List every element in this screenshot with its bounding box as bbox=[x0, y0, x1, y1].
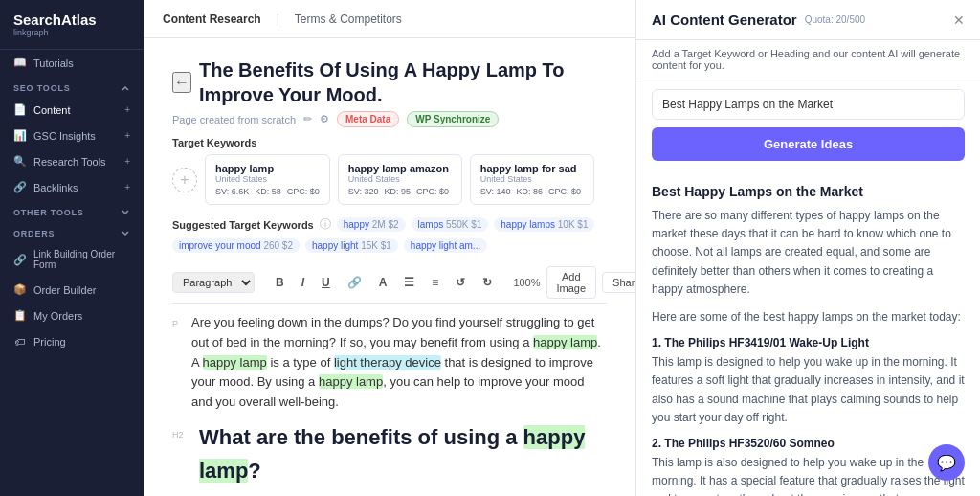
panel-close-button[interactable]: ✕ bbox=[953, 12, 965, 28]
keyword-cards: + happy lamp United States SV: 6.6K KD: … bbox=[172, 154, 607, 205]
product-desc-0: This lamp is designed to help you wake u… bbox=[652, 353, 965, 427]
title-row: ← The Benefits Of Using A Happy Lamp To … bbox=[172, 57, 607, 107]
settings-icon[interactable]: ⚙ bbox=[320, 113, 329, 125]
target-keywords-label: Target Keywords bbox=[172, 137, 607, 148]
chevron-up-icon bbox=[121, 83, 130, 93]
para-marker-1: P bbox=[172, 317, 184, 413]
redo-button[interactable]: ↻ bbox=[477, 273, 498, 292]
underline-button[interactable]: U bbox=[316, 273, 336, 292]
highlight-happylamp-h2: happy lamp bbox=[199, 425, 585, 483]
page-subtitle: Page created from scratch ✏ ⚙ Meta Data … bbox=[172, 111, 607, 127]
search-icon: 🔍 bbox=[13, 155, 26, 168]
product-item-1: 2. The Philips HF3520/60 Somneo This lam… bbox=[652, 437, 965, 496]
info-icon: ⓘ bbox=[320, 216, 331, 233]
kw-country-1: United States bbox=[348, 174, 452, 184]
product-num-1: 2. The Philips HF3520/60 Somneo bbox=[652, 437, 965, 450]
ai-content-panel: AI Content Generator Quota: 20/500 ✕ Add… bbox=[635, 0, 980, 496]
add-image-button[interactable]: Add Image bbox=[546, 266, 597, 299]
page-title: The Benefits Of Using A Happy Lamp To Im… bbox=[199, 57, 607, 107]
sug-tag-1[interactable]: lamps 550K $1 bbox=[412, 217, 489, 232]
undo-button[interactable]: ↺ bbox=[450, 273, 471, 292]
list-ol-button[interactable]: ≡ bbox=[426, 273, 444, 292]
sidebar-item-pricing[interactable]: 🏷 Pricing bbox=[0, 328, 144, 354]
sug-tag-0[interactable]: happy 2M $2 bbox=[337, 217, 406, 232]
kw-stats-1: SV: 320 KD: 95 CPC: $0 bbox=[348, 187, 452, 196]
wp-sync-badge[interactable]: WP Synchronize bbox=[407, 111, 499, 127]
edit-icon[interactable]: ✏ bbox=[303, 113, 312, 125]
other-tools-section[interactable]: OTHER TOOLS bbox=[0, 200, 144, 221]
result-list-header: Here are some of the best happy lamps on… bbox=[652, 308, 965, 327]
sidebar-item-link-building[interactable]: 🔗 Link Building Order Form bbox=[0, 242, 144, 277]
sug-tag-2[interactable]: happy lamps 10K $1 bbox=[494, 217, 594, 232]
meta-data-badge[interactable]: Meta Data bbox=[337, 111, 399, 127]
list-ul-button[interactable]: ☰ bbox=[398, 273, 420, 292]
chevron-orders-icon bbox=[121, 229, 130, 238]
panel-title-row: AI Content Generator Quota: 20/500 bbox=[652, 11, 865, 28]
link-icon: 🔗 bbox=[13, 181, 26, 193]
h2-heading: What are the benefits of using a happy l… bbox=[199, 420, 607, 487]
app-name: SearchAtlas bbox=[13, 11, 130, 28]
paragraph-select[interactable]: Paragraph bbox=[172, 272, 255, 293]
backlinks-plus-icon[interactable]: + bbox=[124, 182, 130, 192]
result-heading: Best Happy Lamps on the Market bbox=[652, 184, 965, 199]
sidebar-item-research[interactable]: 🔍 Research Tools + bbox=[0, 148, 144, 174]
italic-button[interactable]: I bbox=[296, 273, 310, 292]
seo-tools-section[interactable]: SEO TOOLS bbox=[0, 76, 144, 97]
order-builder-icon: 📦 bbox=[13, 283, 26, 296]
logo: SearchAtlas linkgraph bbox=[0, 0, 144, 50]
kw-card-0[interactable]: happy lamp United States SV: 6.6K KD: 58… bbox=[205, 154, 330, 205]
zoom-level: 100% bbox=[513, 277, 540, 288]
orders-section[interactable]: ORDERS bbox=[0, 221, 144, 242]
highlight-lighttherapy: light therapy device bbox=[334, 355, 441, 370]
suggested-label: Suggested Target Keywords bbox=[172, 219, 314, 231]
chat-icon: 💬 bbox=[937, 454, 956, 472]
sug-tag-5[interactable]: happy light am... bbox=[404, 238, 487, 253]
gsc-plus-icon[interactable]: + bbox=[124, 130, 130, 141]
result-intro: There are so many different types of hap… bbox=[652, 207, 965, 299]
chat-button[interactable]: 💬 bbox=[928, 444, 965, 481]
sidebar-item-my-orders[interactable]: 📋 My Orders bbox=[0, 303, 144, 328]
pricing-icon: 🏷 bbox=[13, 335, 26, 348]
panel-description: Add a Target Keyword or Heading and our … bbox=[636, 40, 980, 79]
sidebar-item-content[interactable]: 📄 Content + bbox=[0, 97, 144, 123]
sidebar-item-tutorials[interactable]: 📖 Tutorials bbox=[0, 50, 144, 76]
share-button[interactable]: Share bbox=[602, 272, 635, 293]
kw-name-1: happy lamp amazon bbox=[348, 163, 452, 174]
keyword-input[interactable] bbox=[652, 89, 965, 120]
book-icon: 📖 bbox=[13, 56, 26, 69]
top-navigation: Content Research | Terms & Competitors bbox=[144, 0, 635, 38]
link-button[interactable]: 🔗 bbox=[342, 273, 368, 292]
app-sub: linkgraph bbox=[13, 28, 130, 37]
h2-marker: H2 bbox=[172, 428, 191, 441]
add-keyword-button[interactable]: + bbox=[172, 168, 197, 192]
back-button[interactable]: ← bbox=[172, 72, 191, 93]
sidebar-item-order-builder[interactable]: 📦 Order Builder bbox=[0, 277, 144, 303]
para-1: P Are you feeling down in the dumps? Do … bbox=[172, 313, 607, 413]
panel-header: AI Content Generator Quota: 20/500 ✕ bbox=[636, 0, 980, 40]
kw-card-1[interactable]: happy lamp amazon United States SV: 320 … bbox=[338, 154, 462, 205]
editor-content: P Are you feeling down in the dumps? Do … bbox=[172, 313, 607, 496]
kw-name-0: happy lamp bbox=[215, 163, 320, 174]
highlight-happylamp-2: happy lamp bbox=[203, 355, 267, 370]
sug-tag-4[interactable]: happy light 15K $1 bbox=[305, 238, 398, 253]
generate-ideas-button[interactable]: Generate Ideas bbox=[652, 127, 965, 161]
research-plus-icon[interactable]: + bbox=[124, 156, 130, 167]
product-item-0: 1. The Philips HF3419/01 Wake-Up Light T… bbox=[652, 336, 965, 427]
bold-button[interactable]: B bbox=[270, 273, 290, 292]
kw-stats-2: SV: 140 KD: 86 CPC: $0 bbox=[480, 187, 584, 196]
sidebar-item-backlinks[interactable]: 🔗 Backlinks + bbox=[0, 174, 144, 200]
nav-content-research[interactable]: Content Research bbox=[163, 12, 261, 26]
file-icon: 📄 bbox=[13, 103, 26, 116]
sidebar-item-gsc[interactable]: 📊 GSC Insights + bbox=[0, 123, 144, 148]
kw-name-2: happy lamp for sad bbox=[480, 163, 584, 174]
kw-country-0: United States bbox=[215, 174, 320, 184]
highlight-happylamp-1: happy lamp bbox=[533, 335, 597, 349]
sug-tag-3[interactable]: improve your mood 260 $2 bbox=[172, 238, 300, 253]
link-building-icon: 🔗 bbox=[13, 254, 26, 266]
product-num-0: 1. The Philips HF3419/01 Wake-Up Light bbox=[652, 336, 965, 349]
kw-card-2[interactable]: happy lamp for sad United States SV: 140… bbox=[470, 154, 594, 205]
content-plus-icon[interactable]: + bbox=[124, 104, 130, 115]
nav-terms-competitors[interactable]: Terms & Competitors bbox=[295, 12, 402, 26]
toolbar-right: Add Image Share AI Co... bbox=[546, 266, 635, 299]
highlight-button[interactable]: A bbox=[373, 273, 393, 292]
